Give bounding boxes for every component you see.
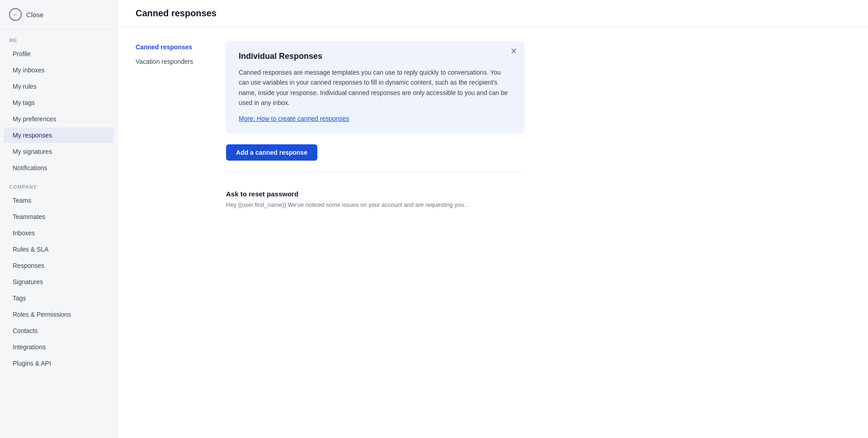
sidebar-item-my-responses[interactable]: My responses [4, 128, 113, 143]
info-box: ✕ Individual Responses Canned responses … [226, 41, 524, 133]
sidebar-item-responses[interactable]: Responses [4, 258, 113, 273]
sidebar-item-inboxes[interactable]: Inboxes [4, 225, 113, 241]
sidebar-item-notifications[interactable]: Notifications [4, 160, 113, 176]
subnav-vacation-responders[interactable]: Vacation responders [136, 55, 208, 68]
sidebar-item-my-signatures[interactable]: My signatures [4, 144, 113, 159]
info-box-link[interactable]: More: How to create canned responses [239, 115, 349, 122]
sidebar-item-plugins-api[interactable]: Plugins & API [4, 356, 113, 371]
sidebar-item-my-tags[interactable]: My tags [4, 95, 113, 110]
sidebar-item-roles-permissions[interactable]: Roles & Permissions [4, 307, 113, 322]
response-item: Ask to reset password Hey {{user.first_n… [226, 183, 524, 217]
sidebar-item-my-preferences[interactable]: My preferences [4, 111, 113, 127]
sub-nav: Canned responses Vacation responders [136, 41, 208, 424]
me-section-label: ME [0, 29, 117, 46]
page-title: Canned responses [136, 8, 217, 18]
info-box-close-button[interactable]: ✕ [510, 47, 517, 55]
response-divider [226, 171, 524, 172]
sidebar-item-contacts[interactable]: Contacts [4, 323, 113, 338]
close-button[interactable]: ← Close [0, 0, 117, 29]
main-content: Canned responses Canned responses Vacati… [118, 0, 868, 438]
page-header: Canned responses [118, 0, 868, 27]
main-body: Canned responses Vacation responders ✕ I… [118, 27, 868, 438]
company-section-label: COMPANY [0, 176, 117, 192]
info-box-title: Individual Responses [239, 52, 512, 61]
sidebar-item-my-inboxes[interactable]: My inboxes [4, 62, 113, 78]
response-item-preview: Hey {{user.first_name}} We've noticed so… [226, 200, 524, 209]
sidebar-item-signatures[interactable]: Signatures [4, 274, 113, 290]
sidebar-item-rules-sla[interactable]: Rules & SLA [4, 242, 113, 257]
sidebar-item-tags[interactable]: Tags [4, 290, 113, 306]
info-box-body: Canned responses are message templates y… [239, 67, 512, 108]
sidebar-item-teammates[interactable]: Teammates [4, 209, 113, 224]
sidebar-item-teams[interactable]: Teams [4, 193, 113, 208]
add-canned-response-button[interactable]: Add a canned response [226, 144, 317, 161]
sidebar: ← Close ME Profile My inboxes My rules M… [0, 0, 118, 438]
sidebar-item-my-rules[interactable]: My rules [4, 79, 113, 94]
response-item-title: Ask to reset password [226, 190, 524, 198]
sidebar-item-profile[interactable]: Profile [4, 46, 113, 62]
sidebar-item-integrations[interactable]: Integrations [4, 339, 113, 355]
subnav-canned-responses[interactable]: Canned responses [136, 41, 208, 53]
content-area: ✕ Individual Responses Canned responses … [226, 41, 850, 424]
close-label: Close [26, 11, 43, 19]
back-icon: ← [9, 8, 22, 21]
